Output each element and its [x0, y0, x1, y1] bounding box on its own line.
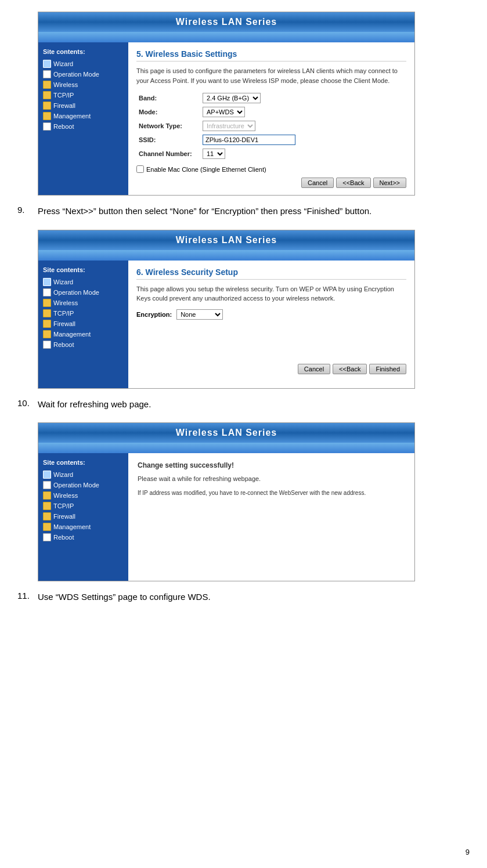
folder-icon-management [43, 112, 51, 120]
step11-number: 11. [17, 591, 38, 601]
sidebar3-label-tcpip: TCP/IP [53, 502, 74, 509]
frame3-subheader [38, 443, 414, 453]
frame2-body: Site contents: Wizard Operation Mode Wir… [38, 261, 414, 388]
sidebar2-label-management: Management [53, 331, 91, 338]
sidebar2-item-tcpip[interactable]: TCP/IP [43, 309, 124, 317]
sidebar-item-firewall[interactable]: Firewall [43, 102, 124, 110]
sidebar2-item-reboot[interactable]: Reboot [43, 341, 124, 349]
frame2-back-button[interactable]: <<Back [333, 364, 367, 374]
sidebar2-item-wireless[interactable]: Wireless [43, 299, 124, 307]
frame3-success: Wireless LAN Series Site contents: Wizar… [38, 422, 415, 581]
sidebar3-label-wizard: Wizard [53, 471, 73, 478]
step10-row: 10. Wait for refreshing web page. [17, 398, 470, 417]
frame1-desc: This page is used to configure the param… [136, 66, 406, 85]
sidebar2-item-management[interactable]: Management [43, 330, 124, 338]
sidebar-item-operation-mode[interactable]: Operation Mode [43, 70, 124, 78]
wizard-icon [43, 60, 51, 68]
sidebar-item-reboot[interactable]: Reboot [43, 122, 124, 131]
mac-clone-label: Enable Mac Clone (Single Ethernet Client… [146, 166, 266, 173]
ssid-row: SSID: [136, 133, 406, 147]
folder3-icon-wireless [43, 491, 51, 500]
sidebar3-item-opmode[interactable]: Operation Mode [43, 481, 124, 489]
sidebar3-item-reboot[interactable]: Reboot [43, 533, 124, 541]
mode-label: Mode: [136, 105, 200, 119]
success-text1: Please wait a while for refreshing webpa… [138, 474, 405, 484]
frame2-cancel-button[interactable]: Cancel [298, 364, 330, 374]
wizard3-icon [43, 471, 51, 479]
frame1-brand: Wireless LAN Series [176, 17, 277, 27]
sidebar3-item-tcpip[interactable]: TCP/IP [43, 502, 124, 510]
sidebar2-label-firewall: Firewall [53, 320, 75, 327]
channel-select[interactable]: 11 [203, 149, 225, 159]
sidebar3-item-wizard[interactable]: Wizard [43, 471, 124, 479]
step11-row: 11. Use “WDS Settings” page to configure… [17, 591, 470, 610]
folder2-icon-tcpip [43, 309, 51, 317]
frame2-buttons: Cancel <<Back Finished [136, 364, 406, 374]
encryption-row: Encryption: None [136, 309, 406, 320]
sidebar-label-wireless: Wireless [53, 81, 78, 88]
sidebar3-item-firewall[interactable]: Firewall [43, 512, 124, 520]
frame1-title: 5. Wireless Basic Settings [136, 49, 406, 62]
mode-value: AP+WDS [200, 105, 406, 119]
frame2-sidebar: Site contents: Wizard Operation Mode Wir… [38, 261, 128, 388]
folder2-icon-wireless [43, 299, 51, 307]
folder-icon-tcpip [43, 91, 51, 99]
step9-row: 9. Press “Next>>” button then select “No… [17, 205, 470, 224]
page3-icon-reboot [43, 533, 51, 541]
mac-clone-checkbox[interactable] [136, 165, 144, 173]
page-icon-opmode [43, 70, 51, 78]
next-button[interactable]: Next>> [373, 178, 406, 188]
sidebar2-item-opmode[interactable]: Operation Mode [43, 288, 124, 296]
network-type-select[interactable]: Infrastructure [203, 121, 255, 131]
frame1-content: 5. Wireless Basic Settings This page is … [128, 42, 414, 195]
sidebar2-label-tcpip: TCP/IP [53, 310, 74, 317]
page2-icon-reboot [43, 341, 51, 349]
frame3-header: Wireless LAN Series [38, 423, 414, 443]
sidebar3-item-management[interactable]: Management [43, 523, 124, 531]
sidebar2-label-opmode: Operation Mode [53, 289, 99, 296]
step10-number: 10. [17, 398, 38, 408]
page-number: 9 [466, 848, 470, 856]
frame3-sidebar: Site contents: Wizard Operation Mode Wir… [38, 453, 128, 581]
ssid-input[interactable] [203, 135, 295, 145]
mode-select[interactable]: AP+WDS [203, 107, 245, 117]
channel-row: Channel Number: 11 [136, 147, 406, 161]
back-button[interactable]: <<Back [336, 178, 370, 188]
frame2-security: Wireless LAN Series Site contents: Wizar… [38, 230, 415, 389]
frame2-finished-button[interactable]: Finished [369, 364, 406, 374]
sidebar-item-tcpip[interactable]: TCP/IP [43, 91, 124, 99]
folder3-icon-tcpip [43, 502, 51, 510]
folder2-icon-management [43, 330, 51, 338]
folder3-icon-management [43, 523, 51, 531]
sidebar-label-tcpip: TCP/IP [53, 92, 74, 99]
frame2-header: Wireless LAN Series [38, 230, 414, 250]
sidebar2-item-firewall[interactable]: Firewall [43, 320, 124, 328]
encryption-select[interactable]: None [176, 309, 223, 320]
sidebar-item-wireless[interactable]: Wireless [43, 81, 124, 89]
sidebar-label-wizard: Wizard [53, 60, 73, 67]
sidebar-label-management: Management [53, 113, 91, 120]
network-type-row: Network Type: Infrastructure [136, 119, 406, 133]
folder-icon-wireless [43, 81, 51, 89]
folder3-icon-firewall [43, 512, 51, 520]
sidebar2-item-wizard[interactable]: Wizard [43, 278, 124, 286]
frame2-content: 6. Wireless Security Setup This page all… [128, 261, 414, 388]
sidebar-item-wizard[interactable]: Wizard [43, 60, 124, 68]
sidebar-item-management[interactable]: Management [43, 112, 124, 120]
page2-icon-opmode [43, 288, 51, 296]
frame2-brand: Wireless LAN Series [176, 235, 277, 245]
mac-clone-row: Enable Mac Clone (Single Ethernet Client… [136, 165, 406, 173]
sidebar2-title: Site contents: [43, 266, 124, 273]
network-type-label: Network Type: [136, 119, 200, 133]
band-select[interactable]: 2.4 GHz (B+G) [203, 93, 261, 103]
sidebar3-item-wireless[interactable]: Wireless [43, 491, 124, 500]
channel-value: 11 [200, 147, 406, 161]
sidebar3-label-management: Management [53, 523, 91, 530]
band-value: 2.4 GHz (B+G) [200, 91, 406, 105]
cancel-button[interactable]: Cancel [301, 178, 334, 188]
page-icon-reboot [43, 122, 51, 131]
sidebar-label-opmode: Operation Mode [53, 71, 99, 78]
success-title: Change setting successfully! [138, 461, 405, 469]
success-text2: If IP address was modified, you have to … [138, 489, 405, 497]
frame2-desc: This page allows you setup the wireless … [136, 284, 406, 303]
